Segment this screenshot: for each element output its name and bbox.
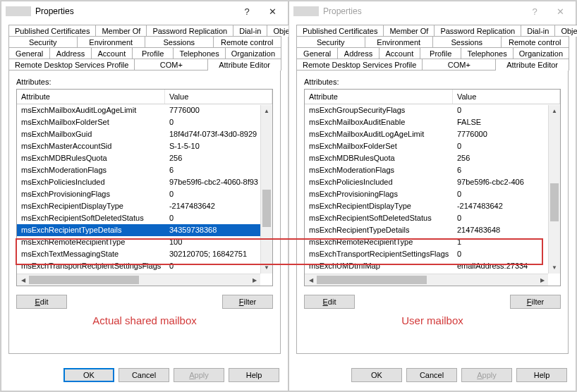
table-row[interactable]: msExchModerationFlags6 — [17, 164, 272, 176]
table-row[interactable]: msExchRecipientSoftDeletedStatus0 — [305, 212, 560, 224]
tab[interactable]: Password Replication — [146, 25, 233, 37]
scroll-thumb[interactable] — [550, 183, 559, 221]
tab[interactable]: Member Of — [95, 25, 147, 37]
scroll-right-icon[interactable]: ▶ — [248, 274, 260, 286]
filter-button[interactable]: Filter — [222, 295, 273, 309]
scroll-thumb[interactable] — [29, 276, 139, 284]
horizontal-scrollbar[interactable]: ◀▶ — [305, 274, 548, 286]
scroll-down-icon[interactable]: ▼ — [549, 262, 560, 274]
help-button[interactable]: Help — [516, 368, 567, 382]
table-row[interactable]: msExchRemoteRecipientType100 — [17, 236, 272, 248]
tab[interactable]: Remote control — [213, 36, 282, 48]
table-row[interactable]: msExchMDBRulesQuota256 — [17, 152, 272, 164]
attribute-list[interactable]: AttributeValuemsExchMailboxAuditLogAgeLi… — [16, 89, 273, 286]
table-row[interactable]: msExchProvisioningFlags0 — [305, 188, 560, 200]
tab[interactable]: Remote Desktop Services Profile — [296, 59, 423, 71]
cancel-button[interactable]: Cancel — [406, 368, 457, 382]
tab[interactable]: General — [8, 47, 50, 59]
table-row[interactable]: msExchRecipientTypeDetails2147483648 — [305, 224, 560, 236]
cancel-button[interactable]: Cancel — [119, 368, 169, 382]
col-value[interactable]: Value — [165, 90, 272, 104]
scroll-up-icon[interactable]: ▲ — [549, 105, 560, 117]
table-row[interactable]: msExchMailboxFolderSet0 — [17, 116, 272, 128]
tab[interactable]: General — [296, 47, 338, 59]
tab[interactable]: Member Of — [383, 25, 435, 37]
tab[interactable]: Object — [554, 25, 577, 37]
scroll-up-icon[interactable]: ▲ — [261, 105, 272, 117]
horizontal-scrollbar[interactable]: ◀▶ — [17, 274, 260, 286]
scroll-thumb[interactable] — [262, 190, 271, 227]
help-button[interactable]: Help — [229, 368, 279, 382]
filter-button[interactable]: Filter — [510, 295, 561, 309]
edit-button[interactable]: Edit — [16, 295, 67, 309]
table-row[interactable]: msExchRecipientDisplayType-2147483642 — [17, 200, 272, 212]
table-row[interactable]: msExchRemoteRecipientType1 — [305, 236, 560, 248]
tab[interactable]: Attribute Editor — [207, 59, 281, 71]
vertical-scrollbar[interactable]: ▲▼ — [260, 105, 272, 274]
apply-button[interactable]: Apply — [461, 368, 512, 382]
tab[interactable]: Remote control — [501, 36, 570, 48]
close-icon[interactable]: ✕ — [547, 4, 573, 19]
tab[interactable]: Environment — [77, 36, 146, 48]
table-row[interactable]: msExchMailboxAuditLogAgeLimit7776000 — [17, 104, 272, 116]
col-attribute[interactable]: Attribute — [305, 90, 453, 104]
scroll-down-icon[interactable]: ▼ — [261, 262, 272, 274]
tab[interactable]: Organization — [225, 47, 281, 59]
attribute-list[interactable]: AttributeValuemsExchGroupSecurityFlags0m… — [304, 89, 561, 286]
ok-button[interactable]: OK — [63, 368, 114, 382]
apply-button[interactable]: Apply — [174, 368, 224, 382]
tab[interactable]: Telephones — [173, 47, 225, 59]
table-row[interactable]: msExchTextMessagingState302120705; 16842… — [17, 248, 272, 260]
tab[interactable]: Address — [337, 47, 379, 59]
tab[interactable]: Security — [8, 36, 78, 48]
table-row[interactable]: msExchMDBRulesQuota256 — [305, 152, 560, 164]
table-row[interactable]: msExchMailboxGuid18f4d74f-073f-43d0-8929 — [17, 128, 272, 140]
tab[interactable]: Profile — [132, 47, 174, 59]
tab[interactable]: Password Replication — [434, 25, 521, 37]
help-icon[interactable]: ? — [234, 4, 260, 19]
table-row[interactable]: msExchTransportRecipientSettingsFlags0 — [17, 260, 272, 272]
tab[interactable]: COM+ — [134, 59, 208, 71]
tab[interactable]: Organization — [513, 47, 569, 59]
tab[interactable]: Address — [49, 47, 91, 59]
tab[interactable]: Account — [91, 47, 133, 59]
ok-button[interactable]: OK — [351, 368, 402, 382]
table-row[interactable]: msExchMailboxAuditLogAgeLimit7776000 — [305, 128, 560, 140]
tab[interactable]: Security — [296, 36, 365, 48]
tab[interactable]: Remote Desktop Services Profile — [8, 59, 135, 71]
table-row[interactable]: msExchProvisioningFlags0 — [17, 188, 272, 200]
col-attribute[interactable]: Attribute — [17, 90, 165, 104]
table-row[interactable]: msExchPoliciesIncluded97be59f6-cbc2-406 — [305, 176, 560, 188]
tab[interactable]: Published Certificates — [296, 25, 384, 37]
scroll-right-icon[interactable]: ▶ — [536, 274, 548, 286]
tab[interactable]: Dial-in — [521, 25, 555, 37]
scroll-left-icon[interactable]: ◀ — [305, 274, 317, 286]
table-row[interactable]: msExchMailboxAuditEnableFALSE — [305, 116, 560, 128]
table-row[interactable]: msExchTransportRecipientSettingsFlags0 — [305, 248, 560, 260]
tab[interactable]: Profile — [420, 47, 461, 59]
tab[interactable]: Sessions — [145, 36, 214, 48]
scroll-left-icon[interactable]: ◀ — [17, 274, 29, 286]
close-icon[interactable]: ✕ — [260, 4, 285, 19]
vertical-scrollbar[interactable]: ▲▼ — [548, 105, 560, 274]
table-row[interactable]: msExchMasterAccountSidS-1-5-10 — [17, 140, 272, 152]
tab[interactable]: COM+ — [422, 59, 496, 71]
table-row[interactable]: msExchModerationFlags6 — [305, 164, 560, 176]
tab[interactable]: Dial-in — [233, 25, 267, 37]
col-value[interactable]: Value — [453, 90, 560, 104]
table-row[interactable]: msExchGroupSecurityFlags0 — [305, 104, 560, 116]
tab[interactable]: Attribute Editor — [495, 59, 569, 71]
table-row[interactable]: msExchPoliciesIncluded97be59f6-cbc2-4060… — [17, 176, 272, 188]
tab[interactable]: Environment — [365, 36, 434, 48]
scroll-thumb[interactable] — [317, 276, 427, 284]
table-row[interactable]: msExchMailboxFolderSet0 — [305, 140, 560, 152]
tab[interactable]: Published Certificates — [8, 25, 96, 37]
table-row[interactable]: msExchRecipientSoftDeletedStatus0 — [17, 212, 272, 224]
table-row[interactable]: msExchRecipientDisplayType-2147483642 — [305, 200, 560, 212]
table-row[interactable]: msExchUMDtmfMapemailAddress:27334 — [305, 260, 560, 272]
tab[interactable]: Sessions — [432, 36, 502, 48]
table-row[interactable]: msExchRecipientTypeDetails34359738368 — [17, 224, 272, 236]
tab[interactable]: Telephones — [461, 47, 513, 59]
tab[interactable]: Account — [379, 47, 420, 59]
help-icon[interactable]: ? — [522, 4, 547, 19]
